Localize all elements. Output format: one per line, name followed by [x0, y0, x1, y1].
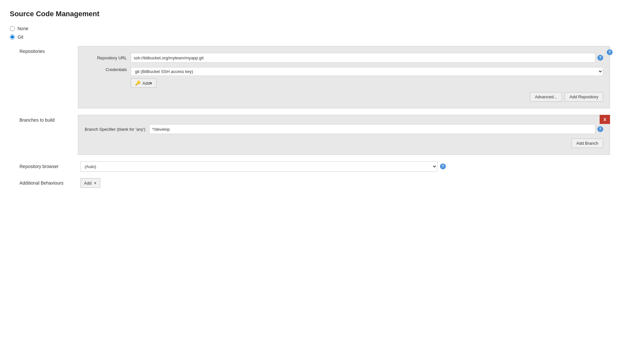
repositories-section: Repositories Repository URL ? Credential… [10, 46, 610, 108]
branches-label: Branches to build [19, 115, 78, 123]
branch-specifier-label: Branch Specifier (blank for 'any') [85, 127, 145, 132]
add-branch-button[interactable]: Add Branch [571, 139, 603, 148]
remove-branch-button[interactable]: X [600, 115, 610, 124]
additional-behaviours-row: Additional Behaviours Add ▼ [10, 178, 610, 188]
branches-section: Branches to build X Branch Specifier (bl… [10, 115, 610, 155]
repo-browser-help-icon[interactable]: ? [440, 164, 446, 169]
dropdown-arrow-icon: ▼ [93, 181, 97, 185]
repo-browser-select[interactable]: (Auto) [80, 161, 437, 172]
add-behaviour-button[interactable]: Add ▼ [80, 178, 100, 188]
repositories-label: Repositories [19, 46, 78, 54]
page-container: Source Code Management None Git Reposito… [0, 0, 623, 364]
additional-behaviours-label: Additional Behaviours [19, 180, 78, 186]
add-repository-button[interactable]: Add Repository [565, 92, 603, 102]
repo-browser-label: Repository browser [19, 164, 78, 169]
repository-url-row: Repository URL ? [85, 53, 603, 63]
branch-buttons-row: Add Branch [85, 139, 603, 148]
repo-buttons-row: Advanced... Add Repository [85, 92, 603, 102]
branch-specifier-help-wrapper: ? [149, 124, 603, 134]
repositories-help-icon[interactable]: ? [607, 49, 613, 55]
repo-browser-row: Repository browser (Auto) ? [10, 161, 610, 172]
branch-specifier-help-icon[interactable]: ? [597, 126, 603, 132]
credentials-controls: git (BitBucket SSH access key) 🔑 Add▾ [131, 67, 603, 88]
advanced-button[interactable]: Advanced... [530, 92, 562, 102]
radio-git[interactable] [10, 34, 15, 40]
radio-none[interactable] [10, 26, 15, 31]
branch-specifier-row: Branch Specifier (blank for 'any') ? [85, 124, 603, 134]
credentials-add-button[interactable]: 🔑 Add▾ [131, 79, 156, 88]
repo-url-help-icon[interactable]: ? [597, 55, 603, 61]
repositories-content: Repository URL ? Credentials git (BitBuc… [78, 46, 610, 108]
repository-url-input[interactable] [131, 53, 595, 63]
scm-radio-group: None Git [10, 26, 610, 40]
credentials-label: Credentials [85, 67, 127, 72]
credentials-add-label: Add▾ [142, 81, 152, 86]
credentials-select[interactable]: git (BitBucket SSH access key) [131, 67, 603, 76]
radio-git-label: Git [18, 34, 23, 40]
radio-none-label: None [18, 26, 28, 31]
add-behaviour-label: Add [84, 181, 92, 186]
page-title: Source Code Management [10, 10, 610, 18]
repository-url-label: Repository URL [85, 55, 127, 60]
radio-item-git[interactable]: Git [10, 34, 610, 40]
credentials-row: Credentials git (BitBucket SSH access ke… [85, 67, 603, 88]
branch-specifier-input[interactable] [149, 124, 595, 134]
key-icon: 🔑 [135, 80, 140, 86]
radio-item-none[interactable]: None [10, 26, 610, 31]
repo-url-help-wrapper: ? [131, 53, 603, 63]
branches-content: X Branch Specifier (blank for 'any') ? A… [78, 115, 610, 155]
